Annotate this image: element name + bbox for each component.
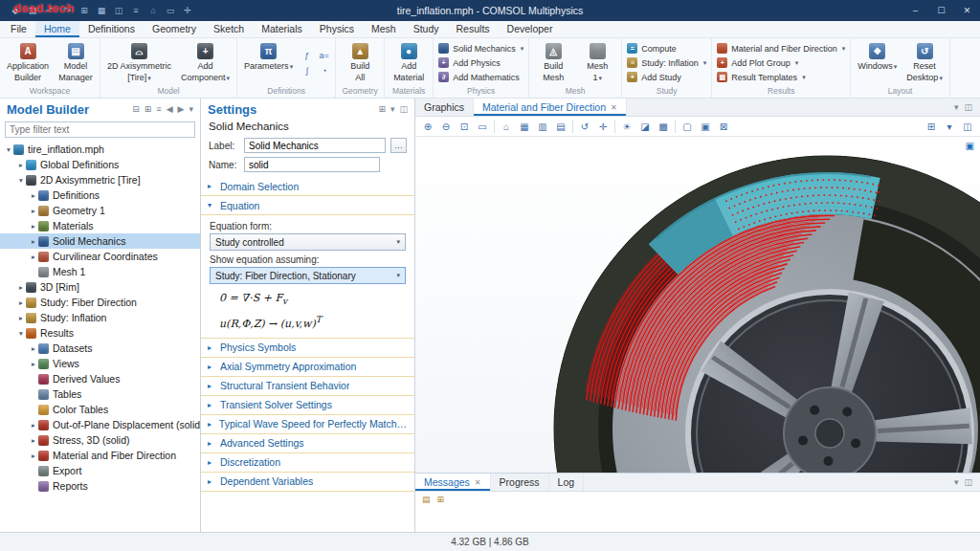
model-manager-button[interactable]: ▤ModelManager — [55, 40, 97, 85]
menu-tab-geometry[interactable]: Geometry — [144, 21, 205, 37]
tree-collapsed-arrow-icon[interactable]: ▸ — [29, 222, 38, 231]
float-panel-icon[interactable]: ◫ — [964, 102, 972, 112]
tree-collapsed-arrow-icon[interactable]: ▸ — [16, 298, 26, 307]
graphics-tab-graphics[interactable]: Graphics — [415, 99, 474, 116]
tree-expanded-arrow-icon[interactable]: ▾ — [16, 176, 26, 185]
component-button[interactable]: ⌓2D Axisymmetric[Tire]▾ — [103, 40, 175, 85]
messages-tab-log[interactable]: Log — [549, 474, 585, 491]
settings-menu-icon[interactable]: ▾ — [390, 104, 395, 114]
paste-icon[interactable]: ▦ — [96, 6, 107, 15]
tree-item-tables[interactable]: Tables — [0, 386, 200, 402]
add-icon[interactable]: ✛ — [182, 6, 193, 15]
tree-item-out-of-plane-displacement-solid[interactable]: ▸Out-of-Plane Displacement (solid) — [0, 417, 200, 432]
build-mesh-button[interactable]: ◬BuildMesh — [532, 40, 574, 85]
tree-item-material-and-fiber-direction[interactable]: ▸Material and Fiber Direction — [0, 448, 200, 463]
nonlocal-couplings-icon[interactable]: ∫ — [299, 63, 315, 77]
mesh-1-button[interactable]: Mesh1▾ — [576, 40, 618, 85]
panel-menu-icon[interactable]: ▾ — [954, 102, 959, 112]
tree-item-3d-rim[interactable]: ▸3D [Rim] — [0, 279, 200, 295]
show-more-options-icon[interactable]: ⊞ — [378, 104, 386, 114]
functions-icon[interactable]: ƒ — [299, 48, 315, 62]
lock-view-icon[interactable]: ⊠ — [717, 121, 730, 132]
tree-collapsed-arrow-icon[interactable]: ▸ — [29, 237, 38, 246]
transparency-icon[interactable]: ◪ — [638, 121, 652, 132]
tree-expanded-arrow-icon[interactable]: ▾ — [4, 145, 13, 154]
section-header-dependent-variables[interactable]: ▸Dependent Variables — [201, 473, 414, 492]
tree-item-tire-inflation-mph[interactable]: ▾tire_inflation.mph — [0, 142, 200, 157]
tree-item-mesh-1[interactable]: Mesh 1 — [0, 264, 200, 279]
reset-desktop-button[interactable]: ↺ResetDesktop▾ — [902, 40, 947, 85]
graphics-tab-material-and-fiber-direction[interactable]: Material and Fiber Direction✕ — [474, 99, 627, 116]
window-icon[interactable]: ▭ — [165, 6, 176, 15]
tree-collapsed-arrow-icon[interactable]: ▸ — [29, 421, 38, 430]
tree-collapsed-arrow-icon[interactable]: ▸ — [16, 283, 26, 292]
print-plot-icon[interactable]: ◫ — [961, 121, 974, 132]
tree-item-solid-mechanics[interactable]: ▸Solid Mechanics — [0, 233, 200, 249]
maximize-icon[interactable]: ☐ — [928, 0, 954, 21]
menu-tab-home[interactable]: Home — [35, 21, 79, 37]
menu-tab-study[interactable]: Study — [405, 21, 448, 37]
add-plot-group-row[interactable]: +Add Plot Group▾ — [715, 56, 847, 70]
tree-collapsed-arrow-icon[interactable]: ▸ — [29, 436, 38, 445]
equation-form-dropdown[interactable]: Study controlled ▾ — [210, 233, 406, 251]
zoom-extents-icon[interactable]: ⊡ — [457, 121, 471, 132]
tree-item-geometry-1[interactable]: ▸Geometry 1 — [0, 203, 200, 218]
show-equation-dropdown[interactable]: Study: Fiber Direction, Stationary ▾ — [210, 267, 406, 284]
scene-light-icon[interactable]: ☀ — [620, 121, 634, 132]
messages-menu-icon[interactable]: ▾ — [954, 477, 959, 487]
tree-collapsed-arrow-icon[interactable]: ▸ — [29, 452, 38, 460]
windows-button[interactable]: ❖Windows▾ — [854, 40, 901, 85]
tree-item-views[interactable]: ▸Views — [0, 356, 200, 371]
tree-item-materials[interactable]: ▸Materials — [0, 218, 200, 233]
copy-messages-icon[interactable]: ⊞ — [437, 495, 445, 504]
back-icon[interactable]: ◀ — [167, 104, 173, 114]
tree-item-stress-3d-solid[interactable]: ▸Stress, 3D (solid) — [0, 432, 200, 448]
view-yz-icon[interactable]: ▥ — [536, 121, 549, 132]
image-snapshot-icon[interactable]: ▣ — [699, 121, 712, 132]
plot-menu-icon[interactable]: ▾ — [943, 121, 956, 132]
section-header-discretization[interactable]: ▸Discretization — [201, 453, 414, 473]
add-plot-icon[interactable]: ⊞ — [924, 121, 938, 132]
build-all-button[interactable]: ▲BuildAll — [339, 40, 381, 85]
messages-tab-messages[interactable]: Messages✕ — [415, 474, 491, 491]
add-mathematics-row[interactable]: ∂Add Mathematics — [436, 71, 525, 84]
section-header-domain-selection[interactable]: ▸Domain Selection — [201, 177, 414, 196]
tree-item-definitions[interactable]: ▸Definitions — [0, 187, 200, 203]
menu-icon[interactable]: ≡ — [130, 6, 142, 15]
menu-tab-definitions[interactable]: Definitions — [79, 21, 144, 37]
tree-collapsed-arrow-icon[interactable]: ▸ — [29, 191, 38, 200]
add-component-button[interactable]: +AddComponent▾ — [177, 40, 234, 85]
label-input[interactable] — [244, 138, 386, 153]
forward-icon[interactable]: ▶ — [178, 104, 185, 114]
graphics-canvas[interactable]: ▣ — [415, 137, 980, 473]
menu-tab-physics[interactable]: Physics — [311, 21, 363, 37]
wireframe-icon[interactable]: ▩ — [657, 121, 670, 132]
tree-collapsed-arrow-icon[interactable]: ▸ — [29, 360, 38, 368]
collapse-all-icon[interactable]: ⊟ — [132, 104, 140, 114]
menu-tab-results[interactable]: Results — [448, 21, 499, 37]
plot-group-row[interactable]: Material and Fiber Direction▾ — [715, 42, 847, 55]
duplicate-icon[interactable]: ◫ — [113, 6, 124, 15]
zoom-box-icon[interactable]: ▭ — [476, 121, 489, 132]
section-header-structural-transient-behavior[interactable]: ▸Structural Transient Behavior — [201, 377, 414, 396]
study-inflation-row[interactable]: ≡Study: Inflation▾ — [625, 56, 708, 70]
zoom-out-icon[interactable]: ⊖ — [439, 121, 453, 132]
view-xy-icon[interactable]: ▦ — [518, 121, 531, 132]
messages-tab-progress[interactable]: Progress — [491, 474, 549, 491]
probes-icon[interactable]: ◔ — [316, 63, 332, 77]
add-physics-row[interactable]: +Add Physics — [436, 56, 525, 70]
tree-collapsed-arrow-icon[interactable]: ▸ — [29, 207, 38, 215]
tree-item-2d-axisymmetric-tire[interactable]: ▾2D Axisymmetric [Tire] — [0, 172, 200, 187]
close-icon[interactable]: ✕ — [954, 0, 980, 21]
menu-tab-file[interactable]: File — [2, 21, 35, 37]
tree-item-study-inflation[interactable]: ▸Study: Inflation — [0, 310, 200, 325]
tree-expanded-arrow-icon[interactable]: ▾ — [16, 329, 26, 338]
tree-item-global-definitions[interactable]: ▸Global Definitions — [0, 157, 200, 172]
plot-tools-icon[interactable]: ▣ — [966, 141, 974, 151]
pan-view-icon[interactable]: ✛ — [596, 121, 610, 132]
tree-item-derived-values[interactable]: Derived Values — [0, 371, 200, 386]
go-to-default-view-icon[interactable]: ⌂ — [500, 121, 513, 132]
float-panel-icon[interactable]: ◫ — [399, 104, 408, 114]
result-templates-row[interactable]: ▤Result Templates▾ — [715, 71, 847, 84]
menu-tab-mesh[interactable]: Mesh — [363, 21, 405, 37]
